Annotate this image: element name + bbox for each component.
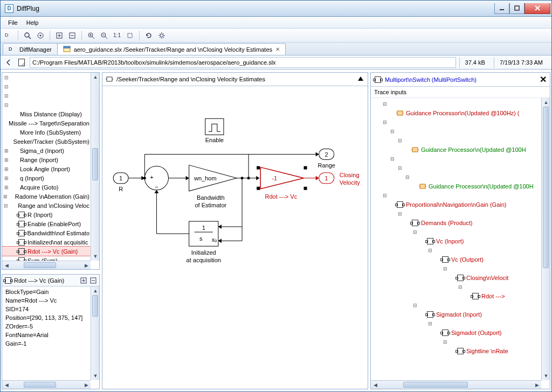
trace-item[interactable]: Demands (Product) xyxy=(371,218,541,227)
back-icon[interactable] xyxy=(4,58,13,67)
trace-item[interactable]: ⊟ xyxy=(371,172,541,181)
tree-item[interactable]: ⊟ xyxy=(2,100,91,109)
tree-item[interactable]: Missile ---> Target\nSeparation xyxy=(2,118,91,128)
trace-item[interactable]: Sigmadot (Inport) xyxy=(371,310,541,319)
trace-item[interactable]: Proportional\nNavigation\nGain (Gain) xyxy=(371,200,541,209)
model-tree[interactable]: ⊟⊟⊟⊟Miss Distance (Display)Missile ---> … xyxy=(2,73,91,261)
trace-item[interactable]: ⊟ xyxy=(371,319,541,328)
trace-item[interactable]: ⊟ xyxy=(371,99,541,108)
app-home-icon[interactable]: D xyxy=(4,31,13,40)
menu-file[interactable]: File xyxy=(4,18,22,27)
maximize-button[interactable] xyxy=(509,3,525,14)
prop-row[interactable]: Name=Rdot ---> Vc xyxy=(2,296,91,305)
horizontal-scrollbar[interactable]: ◀▶ xyxy=(371,380,541,389)
twisty-icon[interactable]: ⊟ xyxy=(397,211,403,216)
twisty-icon[interactable]: ⊟ xyxy=(389,156,395,162)
tree-item[interactable]: ⊟ xyxy=(2,82,91,91)
zoom-reset-icon[interactable]: 1:1 xyxy=(112,31,122,40)
twisty-icon[interactable]: ⊟ xyxy=(397,138,403,143)
prop-row[interactable]: Gain=-1 xyxy=(2,339,91,348)
locate-icon[interactable] xyxy=(36,31,45,40)
search-icon[interactable] xyxy=(23,31,32,40)
trace-item[interactable]: ⊟ xyxy=(371,117,541,127)
trace-item[interactable]: Guidance Processor\n(Updated @100H xyxy=(371,181,541,191)
trace-item[interactable]: Closing\nVelocit xyxy=(371,273,541,282)
prop-row[interactable]: ZOrder=-5 xyxy=(2,322,91,331)
tree-item[interactable]: Seeker/Tracker (SubSystem) xyxy=(2,137,91,146)
twisty-icon[interactable]: ⊞ xyxy=(3,166,9,172)
twisty-icon[interactable]: ⊟ xyxy=(3,203,8,208)
twisty-icon[interactable]: ⊟ xyxy=(404,174,410,180)
twisty-icon[interactable]: ⊟ xyxy=(3,93,9,99)
fit-icon[interactable] xyxy=(125,31,135,40)
up-icon[interactable] xyxy=(357,75,364,83)
tree-item[interactable]: ⊟ xyxy=(2,91,91,100)
prop-row[interactable]: Position=[290, 113, 375, 147] xyxy=(2,313,91,322)
tree-item[interactable]: Bandwidth\nof Estimato xyxy=(2,228,91,237)
trace-item[interactable]: ⊟ xyxy=(371,154,541,163)
twisty-icon[interactable]: ⊞ xyxy=(3,148,9,153)
tree-item[interactable]: Rdot ---> Vc (Gain) xyxy=(2,247,91,256)
trace-item[interactable]: Sigmadot (Outport) xyxy=(371,328,541,337)
prop-row[interactable]: FontName=Arial xyxy=(2,331,91,339)
vertical-scrollbar[interactable]: ▲▼ xyxy=(91,73,99,261)
trace-item[interactable]: Sightline \nRate xyxy=(371,346,541,355)
prop-row[interactable]: SID=174 xyxy=(2,305,91,313)
refresh-icon[interactable] xyxy=(144,31,154,40)
twisty-icon[interactable]: ⊟ xyxy=(412,303,418,308)
twisty-icon[interactable]: ⊟ xyxy=(382,120,388,125)
twisty-icon[interactable]: ⊞ xyxy=(3,194,8,199)
horizontal-scrollbar[interactable]: ◀▶ xyxy=(2,380,91,389)
trace-item[interactable]: ⊟ xyxy=(371,264,541,273)
twisty-icon[interactable]: ⊟ xyxy=(427,321,433,326)
tree-item[interactable]: Miss Distance (Display) xyxy=(2,109,91,118)
trace-item[interactable]: Vc (Inport) xyxy=(371,236,541,246)
trace-item[interactable]: ⊟ xyxy=(371,209,541,218)
gear-icon[interactable] xyxy=(157,31,167,40)
zoom-out-icon[interactable] xyxy=(99,31,109,40)
tree-item[interactable]: ⊞Sigma_d (Inport) xyxy=(2,146,91,155)
close-icon[interactable]: ✕ xyxy=(275,46,280,52)
twisty-icon[interactable]: ⊟ xyxy=(3,102,9,108)
twisty-icon[interactable]: ⊟ xyxy=(3,84,9,89)
tree-item[interactable]: Initialized\nat acquisitic xyxy=(2,237,91,247)
twisty-icon[interactable]: ⊟ xyxy=(3,75,9,80)
menu-help[interactable]: Help xyxy=(22,18,43,27)
twisty-icon[interactable]: ⊟ xyxy=(427,248,433,253)
prop-row[interactable]: BlockType=Gain xyxy=(2,288,91,296)
minimize-button[interactable] xyxy=(494,3,509,14)
trace-item[interactable]: ⊟ xyxy=(371,337,541,346)
tree-item[interactable]: ⊞Radome \nAberration (Gain) xyxy=(2,192,91,201)
trace-item[interactable]: Rdot ---> xyxy=(371,291,541,300)
twisty-icon[interactable]: ⊟ xyxy=(442,266,448,271)
twisty-icon[interactable]: ⊟ xyxy=(412,229,418,235)
close-icon[interactable]: ✕ xyxy=(539,76,547,83)
expand-icon[interactable] xyxy=(54,31,64,40)
twisty-icon[interactable]: ⊟ xyxy=(382,101,388,107)
tree-item[interactable]: ⊞Look Angle (Inport) xyxy=(2,164,91,173)
tab-model[interactable]: aero_guidance.slx /Seeker/Tracker/Range … xyxy=(57,43,286,55)
diagram-canvas[interactable]: Enable 1 R + − wn_ho xyxy=(102,86,368,389)
twisty-icon[interactable]: ⊟ xyxy=(397,165,403,171)
zoom-in-icon[interactable] xyxy=(86,31,96,40)
trace-item[interactable]: ⊟ xyxy=(371,300,541,310)
tree-item[interactable]: ⊟Range and \nClosing Veloc xyxy=(2,201,91,210)
trace-item[interactable]: ⊟ xyxy=(371,227,541,236)
collapse-icon[interactable] xyxy=(89,277,97,284)
twisty-icon[interactable]: ⊟ xyxy=(389,129,395,134)
tree-item[interactable]: Sum (Sum) xyxy=(2,256,91,261)
trace-tree[interactable]: ⊟Guidance Processor\n(Updated @100Hz) (⊟… xyxy=(371,98,541,380)
trace-item[interactable]: Vc (Outport) xyxy=(371,255,541,264)
tree-item[interactable]: Enable (EnablePort) xyxy=(2,219,91,228)
twisty-icon[interactable]: ⊞ xyxy=(3,157,9,163)
twisty-icon[interactable]: ⊟ xyxy=(382,193,388,198)
twisty-icon[interactable]: ⊟ xyxy=(442,339,448,345)
tree-item[interactable]: R (Inport) xyxy=(2,210,91,219)
trace-item[interactable]: Guidance Processor\n(Updated @100Hz) ( xyxy=(371,108,541,117)
horizontal-scrollbar[interactable]: ◀▶ xyxy=(2,261,91,269)
tree-item[interactable]: More Info (SubSystem) xyxy=(2,128,91,137)
tab-diffmanager[interactable]: D DiffManager xyxy=(3,43,58,55)
expand-icon[interactable] xyxy=(80,277,87,284)
collapse-icon[interactable] xyxy=(67,31,77,40)
trace-item[interactable]: ⊟ xyxy=(371,191,541,200)
